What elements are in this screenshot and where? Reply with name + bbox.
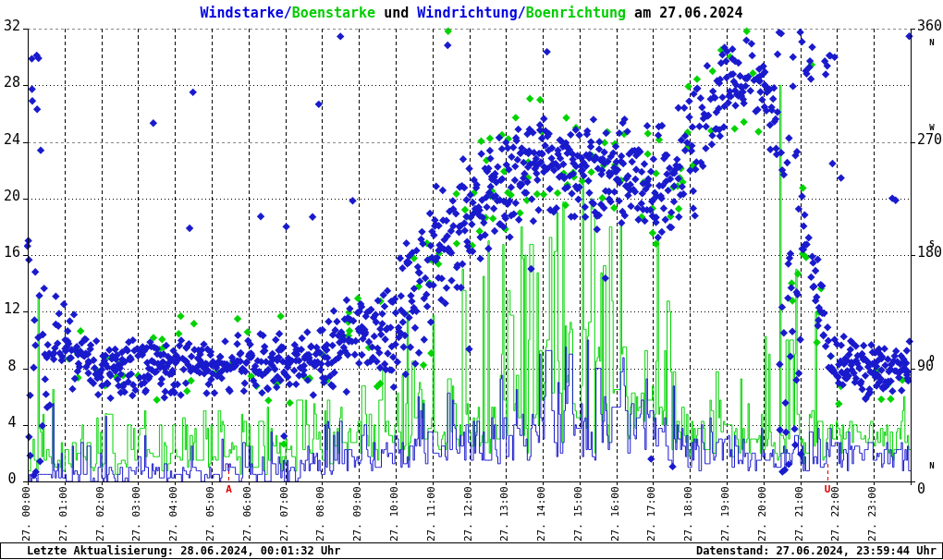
compass-letter: N (925, 462, 938, 470)
sunrise-marker-label: A (226, 484, 232, 494)
wind-chart-page: Windstarke/Boenstarke und Windrichtung/B… (0, 0, 943, 560)
y-axis-label-left: 8 (0, 359, 24, 372)
x-axis-label: 27. 02:00 (94, 486, 106, 542)
x-axis-label: 27. 15:00 (572, 486, 584, 542)
title-segment: Boenstarke (292, 5, 375, 21)
x-axis-label: 27. 21:00 (793, 486, 805, 542)
y-axis-label-left: 16 (0, 246, 24, 259)
x-axis-label: 27. 11:00 (425, 486, 437, 542)
y-axis-label-left: 28 (0, 76, 24, 89)
x-axis-label: 27. 12:00 (462, 486, 474, 542)
title-segment: und (375, 5, 417, 21)
data-timestamp-text: Datenstand: 27.06.2024, 23:59:44 Uhr (696, 543, 937, 558)
compass-letter: S (925, 240, 938, 249)
y-axis-label-left: 32 (0, 19, 24, 32)
x-axis-label: 27. 19:00 (719, 486, 731, 542)
title-segment: Boenrichtung (526, 5, 626, 21)
compass-letter: O (925, 355, 938, 363)
y-axis-label-left: 24 (0, 133, 24, 146)
x-axis-label: 27. 00:00 (20, 486, 32, 542)
sunset-marker-label: U (825, 484, 831, 494)
x-axis-label: 27. 17:00 (645, 486, 657, 542)
title-segment: Windrichtung/ (417, 5, 525, 21)
x-axis-label: 27. 09:00 (351, 486, 363, 542)
last-update-text: Letzte Aktualisierung: 28.06.2024, 00:01… (27, 543, 341, 558)
x-axis-label: 27. 18:00 (682, 486, 694, 542)
title-segment: Windstarke/ (200, 5, 291, 21)
x-axis-label: 27. 10:00 (388, 486, 400, 542)
y-axis-label-left: 4 (0, 416, 24, 429)
x-axis-label: 27. 08:00 (314, 486, 326, 542)
y-axis-label-right: 360 (917, 19, 942, 32)
y-axis-label-left: 20 (0, 189, 24, 202)
chart-canvas (0, 0, 943, 560)
x-axis-label: 27. 16:00 (609, 486, 621, 542)
y-axis-label-right: 0 (917, 482, 925, 495)
x-axis-label: 27. 23:00 (866, 486, 878, 542)
y-axis-label-left: 0 (0, 472, 24, 485)
x-axis-label: 27. 01:00 (57, 486, 69, 542)
compass-letter: W (925, 124, 938, 132)
x-axis-label: 27. 14:00 (535, 486, 547, 542)
chart-title: Windstarke/Boenstarke und Windrichtung/B… (0, 5, 943, 21)
x-axis-label: 27. 04:00 (167, 486, 179, 542)
y-axis-label-left: 12 (0, 302, 24, 315)
compass-letter: N (925, 39, 938, 47)
x-axis-label: 27. 06:00 (241, 486, 253, 542)
y-axis-label-right: 270 (917, 133, 942, 146)
x-axis-label: 27. 07:00 (278, 486, 290, 542)
title-segment: am 27.06.2024 (626, 5, 742, 21)
x-axis-label: 27. 22:00 (829, 486, 841, 542)
footer-bar: Letzte Aktualisierung: 28.06.2024, 00:01… (0, 542, 943, 559)
x-axis-label: 27. 13:00 (498, 486, 510, 542)
x-axis-label: 27. 03:00 (130, 486, 142, 542)
x-axis-label: 27. 20:00 (756, 486, 768, 542)
x-axis-label: 27. 05:00 (204, 486, 216, 542)
